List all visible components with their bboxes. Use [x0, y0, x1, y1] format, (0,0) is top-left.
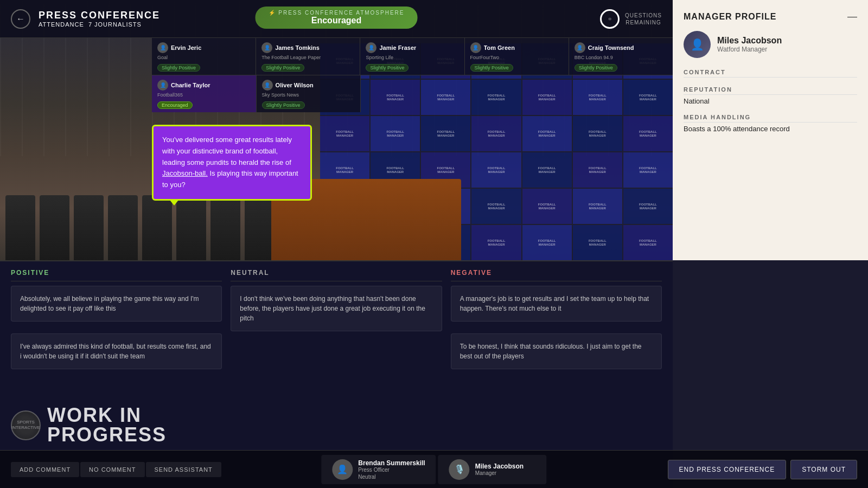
reputation-value: National — [684, 97, 857, 105]
neutral-answer-card[interactable]: I don't think we've been doing anything … — [231, 286, 442, 331]
chair — [40, 195, 69, 260]
bottom-speakers: 👤 Brendan Summerskill Press Officer Neut… — [321, 455, 546, 484]
logo-cell: FOOTBALL MANAGER — [623, 116, 673, 151]
manager-profile-header: MANAGER PROFILE — — [684, 11, 857, 22]
positive-answer-card[interactable]: Absolutely, we all believe in playing th… — [11, 286, 222, 322]
back-button[interactable]: ← — [11, 9, 30, 29]
journalist-placeholder — [569, 75, 673, 112]
sentiment-badge: Slightly Positive — [261, 64, 304, 72]
manager-profile-panel: MANAGER PROFILE — 👤 Miles Jacobson Watfo… — [673, 0, 868, 260]
journalist-name: Charlie Taylor — [171, 82, 210, 88]
press-officer-name: Brendan Summerskill — [358, 459, 425, 467]
answers-body: Absolutely, we all believe in playing th… — [0, 281, 673, 380]
journalist-name: James Tomkins — [275, 44, 320, 51]
logo-cell: FOOTBALL MANAGER — [471, 189, 521, 224]
logo-cell: FOOTBALL MANAGER — [522, 152, 572, 188]
journalist-placeholder — [465, 75, 569, 112]
bottom-right-buttons: End Press Conference Storm Out — [668, 460, 857, 479]
journalist-name: Oliver Wilson — [276, 82, 314, 88]
journalist-name: Jamie Fraser — [379, 44, 416, 51]
media-handling-title: MEDIA HANDLING — [684, 114, 857, 123]
chair — [5, 195, 35, 260]
journalist-area: 👤 Ervin Jeric Goal Slightly Positive 👤 J… — [152, 38, 673, 112]
journalist-outlet: BBC London 94.9 — [575, 55, 667, 60]
question-underline: Jacobson-ball. — [162, 169, 208, 177]
manager-collapse-button[interactable]: — — [847, 11, 857, 22]
watermark: SPORTSINTERACTIVE WORK IN PROGRESS — [11, 406, 167, 445]
journalist-card[interactable]: 👤 Ervin Jeric Goal Slightly Positive — [152, 38, 256, 75]
press-officer-sentiment: Neutral — [358, 474, 425, 480]
storm-out-button[interactable]: Storm Out — [790, 460, 857, 479]
negative-answer-card[interactable]: To be honest, I think that sounds ridicu… — [451, 333, 662, 369]
journalist-name: Craig Townsend — [588, 44, 634, 51]
no-comment-button[interactable]: No Comment — [80, 462, 144, 477]
chair — [176, 195, 206, 260]
chair — [142, 195, 172, 260]
journalist-card[interactable]: 👤 Oliver Wilson Sky Sports News Slightly… — [257, 75, 361, 112]
negative-answers-column: A manager's job is to get results and I … — [451, 286, 662, 376]
chair — [210, 195, 240, 260]
manager-avatar: 👤 — [684, 31, 711, 58]
logo-cell: FOOTBALL MANAGER — [522, 189, 572, 224]
logo-cell: FOOTBALL MANAGER — [573, 116, 622, 151]
positive-answer-card[interactable]: I've always admired this kind of footbal… — [11, 333, 222, 369]
journalist-card[interactable]: 👤 Tom Green FourFourTwo Slightly Positiv… — [465, 38, 569, 75]
journalist-outlet: FourFourTwo — [470, 55, 563, 60]
logo-cell: FOOTBALL MANAGER — [573, 189, 622, 224]
logo-cell: FOOTBALL MANAGER — [573, 152, 622, 188]
sentiment-badge: Slightly Positive — [262, 101, 305, 109]
contract-title: CONTRACT — [684, 69, 857, 78]
bottom-action-buttons: Add CommentNo CommentSend Assistant — [0, 462, 221, 477]
bottom-bar: Add CommentNo CommentSend Assistant 👤 Br… — [0, 450, 868, 488]
journalist-card[interactable]: 👤 Jamie Fraser Sporting Life Slightly Po… — [360, 38, 464, 75]
send-assistant-button[interactable]: Send Assistant — [146, 462, 221, 477]
journalist-avatar: 👤 — [366, 42, 376, 53]
press-officer-role: Press Officer — [358, 467, 425, 473]
logo-cell: FOOTBALL MANAGER — [522, 225, 572, 260]
journalist-avatar: 👤 — [575, 42, 585, 53]
chair — [74, 195, 104, 260]
journalist-avatar: 👤 — [262, 80, 273, 91]
logo-cell: FOOTBALL MANAGER — [421, 116, 470, 151]
journalist-card[interactable]: 👤 James Tomkins The Football League Pape… — [256, 38, 360, 75]
sentiment-badge: Slightly Positive — [157, 64, 200, 72]
negative-answer-card[interactable]: A manager's job is to get results and I … — [451, 286, 662, 322]
sentiment-badge: Slightly Positive — [575, 64, 617, 72]
sentiment-badge: Encouraged — [157, 101, 193, 109]
logo-cell: FOOTBALL MANAGER — [573, 225, 622, 260]
reputation-title: REPUTATION — [684, 86, 857, 95]
header: ← PRESS CONFERENCE ATTENDANCE 7 Journali… — [0, 0, 673, 38]
questions-text: QUESTIONSREMAINING — [625, 12, 662, 26]
press-officer-card: 👤 Brendan Summerskill Press Officer Neut… — [321, 455, 436, 484]
logo-cell: FOOTBALL MANAGER — [623, 152, 673, 188]
manager-name: Miles Jacobson — [717, 36, 782, 46]
logo-cell: FOOTBALL MANAGER — [471, 225, 521, 260]
answers-headers: POSITIVE NEUTRAL NEGATIVE — [0, 261, 673, 281]
end-conference-button[interactable]: End Press Conference — [668, 460, 787, 479]
logo-cell: FOOTBALL MANAGER — [623, 189, 673, 224]
journalist-placeholder — [361, 75, 465, 112]
journalist-card[interactable]: 👤 Craig Townsend BBC London 94.9 Slightl… — [569, 38, 673, 75]
reputation-section: REPUTATION National — [684, 86, 857, 105]
logo-cell: FOOTBALL MANAGER — [371, 116, 420, 151]
neutral-answers-column: I don't think we've been doing anything … — [231, 286, 442, 376]
negative-column-title: NEGATIVE — [451, 269, 662, 281]
sentiment-badge: Slightly Positive — [470, 64, 513, 72]
contract-section: CONTRACT — [684, 69, 857, 78]
logo-cell: FOOTBALL MANAGER — [623, 225, 673, 260]
manager-info: 👤 Miles Jacobson Watford Manager — [684, 31, 857, 58]
manager-card-name: Miles Jacobson — [475, 463, 524, 470]
add-comment-button[interactable]: Add Comment — [11, 462, 79, 477]
manager-card-role: Manager — [475, 470, 524, 476]
manager-profile-title: MANAGER PROFILE — [684, 12, 776, 22]
journalist-card[interactable]: 👤 Charlie Taylor Football365 Encouraged — [152, 75, 257, 112]
journalist-outlet: Football365 — [157, 92, 251, 98]
logo-cell: FOOTBALL MANAGER — [471, 116, 521, 151]
manager-club: Watford Manager — [717, 46, 782, 53]
journalist-outlet: Sky Sports News — [262, 92, 355, 98]
journalist-row-2: 👤 Charlie Taylor Football365 Encouraged … — [152, 75, 673, 112]
logo-cell: FOOTBALL MANAGER — [522, 116, 572, 151]
journalist-name: Tom Green — [484, 44, 515, 51]
sentiment-badge: Slightly Positive — [366, 64, 409, 72]
chair — [108, 195, 138, 260]
